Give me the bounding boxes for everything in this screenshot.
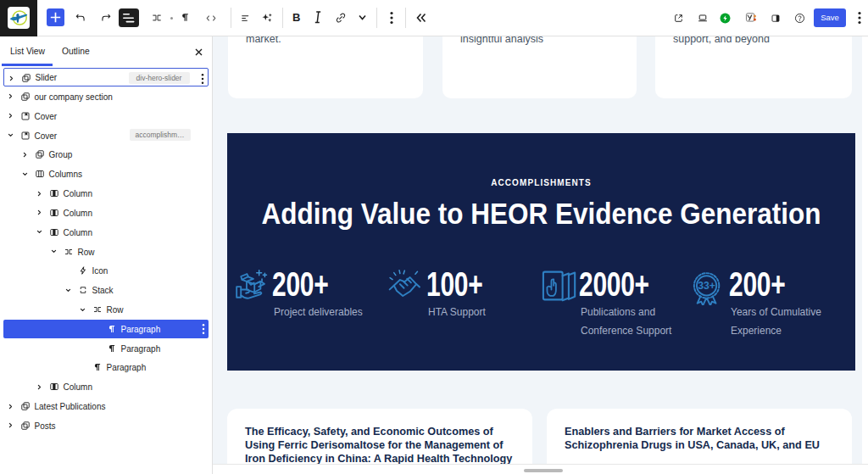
svg-text:33+: 33+ xyxy=(698,280,715,292)
